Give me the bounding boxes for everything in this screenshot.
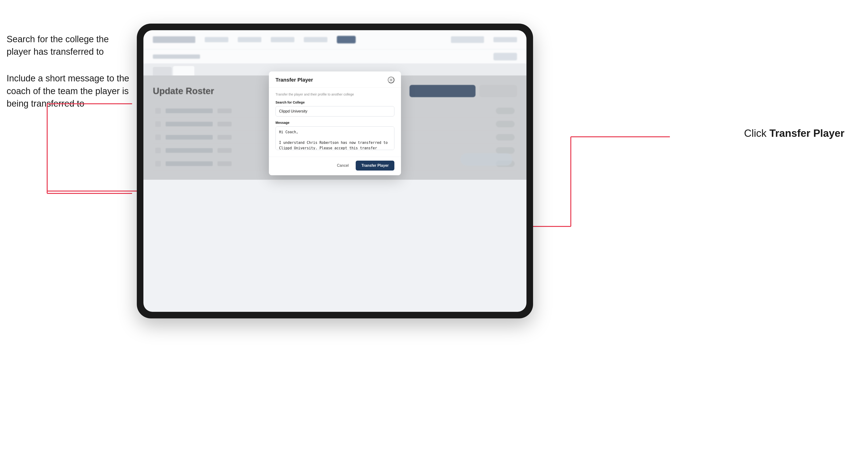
annotation-right: Click Transfer Player — [744, 127, 844, 139]
modal-close-button[interactable]: × — [388, 76, 394, 83]
modal-footer: Cancel Transfer Player — [269, 157, 401, 175]
nav-item-2 — [238, 37, 261, 42]
annotation-right-bold: Transfer Player — [769, 127, 844, 139]
app-header — [144, 30, 526, 49]
annotation-right-prefix: Click — [744, 127, 769, 139]
app-footer — [460, 153, 512, 165]
app-logo — [153, 36, 195, 43]
footer-action-btn — [460, 153, 512, 165]
annotation-left: Search for the college the player has tr… — [7, 33, 129, 110]
nav-item-1 — [205, 37, 228, 42]
tablet-device: Update Roster — [137, 24, 533, 318]
sub-btn-1 — [493, 53, 517, 60]
nav-item-active — [337, 36, 356, 43]
modal-body: Transfer the player and their profile to… — [269, 88, 401, 157]
app-content: Update Roster — [144, 75, 526, 180]
nav-settings — [493, 37, 517, 42]
modal-title: Transfer Player — [276, 77, 313, 83]
tab-active — [173, 66, 194, 75]
nav-item-4 — [304, 37, 328, 42]
transfer-player-button[interactable]: Transfer Player — [356, 161, 394, 170]
tablet-screen: Update Roster — [144, 30, 526, 312]
annotation-text-1: Search for the college the player has tr… — [7, 33, 129, 58]
cancel-button[interactable]: Cancel — [334, 161, 352, 170]
search-college-label: Search for College — [276, 100, 394, 104]
annotation-text-2: Include a short message to the coach of … — [7, 72, 129, 110]
transfer-player-modal[interactable]: Transfer Player × Transfer the player an… — [269, 71, 401, 175]
modal-subtitle: Transfer the player and their profile to… — [276, 92, 394, 96]
search-college-input[interactable] — [276, 106, 394, 117]
breadcrumb-1 — [153, 55, 200, 59]
app-subheader — [144, 50, 526, 64]
nav-item-3 — [271, 37, 294, 42]
message-label: Message — [276, 121, 394, 125]
message-textarea[interactable]: Hi Coach, I understand Chris Robertson h… — [276, 126, 394, 150]
nav-user — [451, 36, 484, 43]
modal-header: Transfer Player × — [269, 71, 401, 88]
tab-1 — [153, 67, 172, 75]
